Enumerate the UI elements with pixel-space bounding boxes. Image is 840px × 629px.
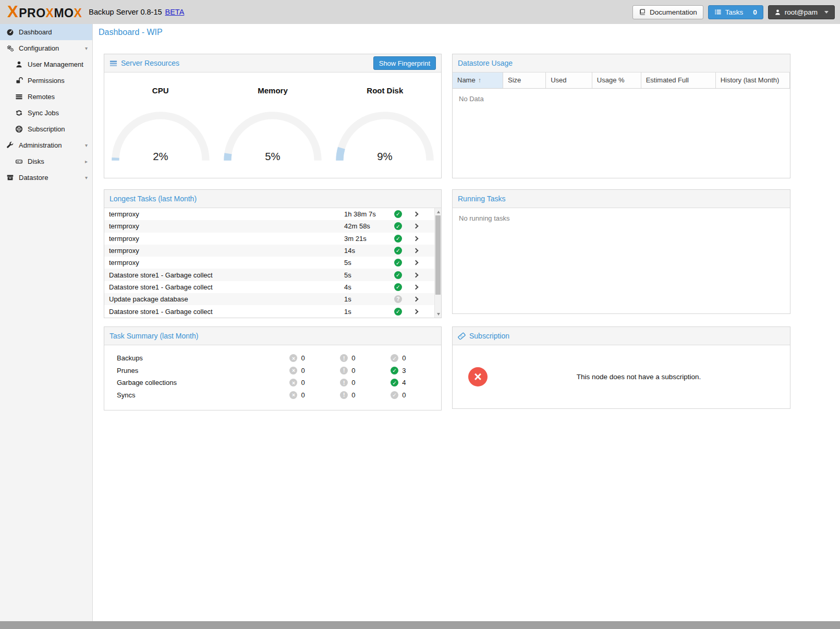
status-ok-icon: ✓ xyxy=(391,354,398,362)
no-subscription-x-icon: × xyxy=(468,367,488,386)
column-header-estimated-full[interactable]: Estimated Full xyxy=(641,72,716,88)
chevron-down-icon[interactable]: ▾ xyxy=(85,142,88,148)
column-header-usage-[interactable]: Usage % xyxy=(592,72,641,88)
sidebar-item-permissions[interactable]: Permissions xyxy=(0,72,92,89)
sidebar-item-user-management[interactable]: User Management xyxy=(0,56,92,72)
status-ok-icon: ✓ xyxy=(394,259,402,267)
summary-row-prunes: Prunes×0!0✓3 xyxy=(104,365,441,377)
remotes-icon xyxy=(15,93,23,101)
task-summary-panel: Task Summary (last Month) Backups×0!0✓0P… xyxy=(104,326,442,410)
status-warning-icon: ! xyxy=(340,391,348,399)
disk-icon xyxy=(15,158,23,165)
show-fingerprint-button[interactable]: Show Fingerprint xyxy=(373,56,436,70)
chevron-right-icon xyxy=(413,212,419,217)
svg-text:5%: 5% xyxy=(265,151,280,162)
sidebar-item-configuration[interactable]: Configuration▾ xyxy=(0,40,92,56)
scrollbar[interactable] xyxy=(434,208,441,318)
task-row[interactable]: Update package database1s? xyxy=(104,293,434,305)
cpu-gauge: CPU 2% xyxy=(107,86,214,165)
sidebar-item-disks[interactable]: Disks▸ xyxy=(0,153,92,170)
sidebar-item-datastore[interactable]: Datastore▾ xyxy=(0,170,92,186)
chevron-down-icon[interactable]: ▾ xyxy=(85,175,88,180)
panel-title: Server Resources xyxy=(121,59,179,67)
sidebar-item-remotes[interactable]: Remotes xyxy=(0,89,92,105)
status-ok-icon: ✓ xyxy=(394,235,402,243)
chevron-right-icon xyxy=(413,297,419,302)
scroll-down-arrow-icon[interactable] xyxy=(435,310,441,318)
task-row[interactable]: termproxy1h 38m 7s✓ xyxy=(104,208,434,220)
column-header-size[interactable]: Size xyxy=(503,72,546,88)
status-ok-icon: ✓ xyxy=(394,247,402,255)
sidebar-item-dashboard[interactable]: Dashboard xyxy=(0,24,92,40)
status-error-icon: × xyxy=(289,379,297,386)
beta-link[interactable]: BETA xyxy=(165,8,185,16)
ticket-icon xyxy=(458,332,466,340)
task-row[interactable]: termproxy42m 58s✓ xyxy=(104,220,434,232)
task-row[interactable]: Datastore store1 - Garbage collect4s✓ xyxy=(104,281,434,293)
chevron-right-icon xyxy=(413,236,419,241)
status-ok-icon: ✓ xyxy=(394,222,402,230)
user-icon xyxy=(774,9,781,16)
status-warning-icon: ! xyxy=(340,354,348,362)
panel-title: Running Tasks xyxy=(458,195,506,203)
task-row[interactable]: termproxy3m 21s✓ xyxy=(104,233,434,245)
status-ok-icon: ✓ xyxy=(394,210,402,218)
longest-tasks-panel: Longest Tasks (last Month) termproxy1h 3… xyxy=(104,189,442,318)
status-error-icon: × xyxy=(289,391,297,399)
documentation-button[interactable]: Documentation xyxy=(632,5,703,19)
status-warning-icon: ! xyxy=(340,367,348,374)
no-running-tasks-text: No running tasks xyxy=(453,208,790,228)
book-icon xyxy=(639,8,646,16)
scrollbar-thumb[interactable] xyxy=(435,215,441,295)
summary-row-backups: Backups×0!0✓0 xyxy=(104,352,441,365)
chevron-right-icon xyxy=(413,272,419,277)
chevron-right-icon xyxy=(413,284,419,289)
sidebar-item-administration[interactable]: Administration▾ xyxy=(0,137,92,153)
page-title: Dashboard - WIP xyxy=(99,28,163,37)
svg-text:9%: 9% xyxy=(378,151,393,162)
task-row[interactable]: Datastore store1 - Garbage collect1s✓ xyxy=(104,305,434,317)
status-ok-icon: ✓ xyxy=(391,367,398,374)
sidebar: DashboardConfiguration▾User ManagementPe… xyxy=(0,24,93,621)
logo-x-icon: X xyxy=(7,3,18,21)
chevron-right-icon xyxy=(413,224,419,229)
chevron-right-icon xyxy=(413,309,419,314)
column-header-history-last-month-[interactable]: History (last Month) xyxy=(716,72,790,88)
column-header-used[interactable]: Used xyxy=(546,72,592,88)
status-ok-icon: ✓ xyxy=(394,271,402,279)
scroll-up-arrow-icon[interactable] xyxy=(435,208,441,215)
root-disk-gauge: Root Disk 9% xyxy=(332,86,438,165)
datastore-icon xyxy=(6,174,14,182)
main-content: Dashboard - WIP Server Resources Show Fi… xyxy=(93,24,840,621)
subscription-message: This node does not have a subscription. xyxy=(488,373,790,381)
panel-title: Task Summary (last Month) xyxy=(109,332,198,340)
column-header-name[interactable]: Name↑ xyxy=(453,72,503,88)
status-ok-icon: ✓ xyxy=(394,283,402,291)
chevron-down-icon[interactable]: ▾ xyxy=(85,45,88,51)
chevron-right-icon[interactable]: ▸ xyxy=(85,159,88,164)
datastore-usage-panel: Datastore Usage Name↑SizeUsedUsage %Esti… xyxy=(452,54,790,178)
top-bar: X PRO X MO X Backup Server 0.8-15 BETA D… xyxy=(0,0,840,24)
status-ok-icon: ✓ xyxy=(391,379,398,386)
server-bars-icon xyxy=(109,59,117,67)
memory-gauge: Memory 5% xyxy=(220,86,326,165)
bottom-bar xyxy=(0,621,840,629)
table-header: Name↑SizeUsedUsage %Estimated FullHistor… xyxy=(453,72,790,89)
task-row[interactable]: Datastore store1 - Garbage collect5s✓ xyxy=(104,269,434,281)
panel-title: Longest Tasks (last Month) xyxy=(109,195,197,203)
svg-text:2%: 2% xyxy=(153,151,168,162)
sidebar-item-subscription[interactable]: Subscription xyxy=(0,121,92,137)
summary-row-garbage-collections: Garbage collections×0!0✓4 xyxy=(104,377,441,389)
gears-icon xyxy=(6,44,14,52)
task-list-icon xyxy=(714,8,722,16)
task-row[interactable]: termproxy14s✓ xyxy=(104,245,434,257)
sidebar-item-sync-jobs[interactable]: Sync Jobs xyxy=(0,105,92,121)
task-row[interactable]: termproxy5s✓ xyxy=(104,257,434,269)
tachometer-icon xyxy=(6,28,14,36)
tasks-button[interactable]: Tasks 0 xyxy=(708,5,763,19)
unlock-icon xyxy=(15,77,23,84)
status-ok-icon: ✓ xyxy=(391,391,398,399)
server-resources-panel: Server Resources Show Fingerprint CPU 2%… xyxy=(104,54,442,178)
user-menu-button[interactable]: root@pam xyxy=(768,5,835,19)
chevron-right-icon xyxy=(413,260,419,265)
